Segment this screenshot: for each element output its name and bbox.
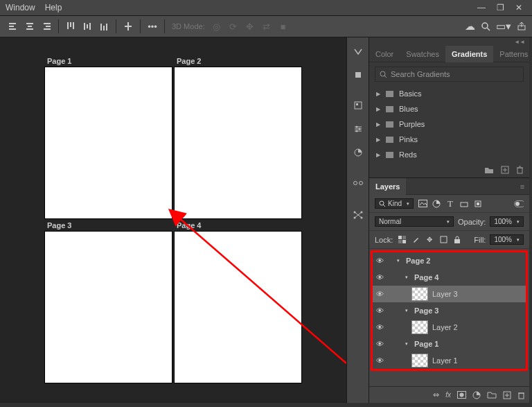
layers-panel-menu-icon[interactable]: ≡: [515, 182, 529, 191]
align-right-icon[interactable]: [39, 19, 54, 34]
account-icon[interactable]: ☁: [465, 20, 475, 33]
type-panel-icon[interactable]: [353, 209, 364, 220]
align-center-v-icon[interactable]: [80, 19, 95, 34]
3d-orbit-icon[interactable]: ◎: [209, 19, 224, 34]
menu-window[interactable]: Window: [6, 3, 35, 12]
visibility-toggle-icon[interactable]: 👁: [373, 306, 387, 315]
trash-icon[interactable]: [516, 166, 524, 174]
styles-panel-icon[interactable]: [353, 147, 364, 158]
tab-color[interactable]: Color: [369, 46, 400, 62]
gradient-group[interactable]: ▶Reds: [369, 147, 529, 162]
3d-mode-label: 3D Mode:: [169, 22, 208, 31]
artboard-page[interactable]: Page 4: [175, 232, 301, 383]
more-options-icon[interactable]: •••: [145, 19, 160, 34]
svg-line-51: [383, 205, 385, 207]
lock-position-icon[interactable]: ✥: [425, 235, 434, 245]
layer-group[interactable]: 👁▾Page 4: [373, 269, 526, 286]
filter-image-icon[interactable]: [418, 199, 427, 209]
visibility-toggle-icon[interactable]: 👁: [373, 323, 387, 331]
tab-swatches[interactable]: Swatches: [400, 46, 445, 62]
visibility-toggle-icon[interactable]: 👁: [373, 273, 387, 282]
layer-item[interactable]: 👁Layer 3: [373, 286, 526, 302]
svg-rect-47: [517, 168, 522, 173]
tab-gradients[interactable]: Gradients: [445, 46, 493, 62]
folder-icon: [386, 106, 393, 112]
svg-point-30: [355, 126, 357, 128]
new-group-icon[interactable]: [487, 391, 497, 399]
link-layers-icon[interactable]: ⇔: [433, 390, 439, 399]
align-bottom-icon[interactable]: [96, 19, 112, 34]
lock-all-icon[interactable]: [452, 235, 462, 245]
lock-artboard-icon[interactable]: [438, 235, 448, 245]
chevron-down-icon[interactable]: ▾: [403, 308, 410, 313]
adjustment-layer-icon[interactable]: [472, 391, 481, 399]
lock-pixels-icon[interactable]: [397, 235, 407, 245]
artboard-page[interactable]: Page 2: [175, 67, 301, 218]
layer-filter-select[interactable]: Kind▾: [375, 198, 414, 209]
align-left-icon[interactable]: [6, 19, 21, 34]
3d-pan-icon[interactable]: ✥: [242, 19, 258, 34]
filter-shape-icon[interactable]: [459, 199, 469, 209]
new-layer-icon[interactable]: [503, 391, 511, 399]
filter-smart-icon[interactable]: [473, 199, 483, 209]
layer-group[interactable]: 👁▾Page 1: [373, 336, 526, 352]
panel-dock: [346, 37, 369, 403]
svg-point-35: [359, 182, 362, 185]
align-center-h-icon[interactable]: [22, 19, 37, 34]
chevron-down-icon[interactable]: ▾: [403, 341, 410, 347]
gradient-group[interactable]: ▶Basics: [369, 86, 529, 101]
fill-input[interactable]: 100%▾: [490, 234, 524, 245]
gradient-group-label: Pinks: [399, 135, 418, 144]
visibility-toggle-icon[interactable]: 👁: [373, 340, 387, 348]
window-close-icon[interactable]: ✕: [515, 3, 522, 12]
visibility-toggle-icon[interactable]: 👁: [373, 290, 387, 298]
window-minimize-icon[interactable]: —: [477, 3, 486, 12]
layer-group[interactable]: 👁▾Page 2: [373, 252, 526, 269]
menu-help[interactable]: Help: [45, 3, 62, 12]
3d-roll-icon[interactable]: ⟳: [226, 19, 241, 34]
gradient-group[interactable]: ▶Purples: [369, 116, 529, 132]
gradient-group[interactable]: ▶Blues: [369, 101, 529, 116]
gradients-search-input[interactable]: Search Gradients: [375, 67, 524, 82]
new-preset-icon[interactable]: [501, 166, 509, 174]
chevron-down-icon[interactable]: ▾: [403, 275, 410, 280]
opacity-input[interactable]: 100%▾: [490, 216, 524, 227]
tab-patterns[interactable]: Patterns: [493, 46, 532, 62]
blend-mode-select[interactable]: Normal▾: [375, 216, 454, 227]
folder-icon[interactable]: [484, 166, 494, 174]
artboard-page[interactable]: Page 3: [45, 232, 172, 383]
visibility-toggle-icon[interactable]: 👁: [373, 356, 387, 365]
3d-slide-icon[interactable]: ⇄: [259, 19, 274, 34]
window-maximize-icon[interactable]: ❐: [497, 3, 504, 12]
chevron-down-icon[interactable]: ▾: [395, 258, 402, 263]
lock-brush-icon[interactable]: [411, 235, 420, 245]
history-panel-icon[interactable]: [353, 46, 364, 57]
share-icon[interactable]: [517, 21, 526, 31]
properties-panel-icon[interactable]: [353, 123, 364, 135]
align-top-icon[interactable]: [63, 19, 78, 34]
svg-rect-8: [44, 28, 51, 30]
layer-item[interactable]: 👁Layer 2: [373, 319, 526, 336]
distribute-icon[interactable]: [121, 19, 136, 34]
gradient-group[interactable]: ▶Pinks: [369, 132, 529, 147]
panel-collapse-icon[interactable]: ◄◄: [369, 37, 529, 46]
filter-adjustment-icon[interactable]: [432, 199, 441, 209]
adjustments-panel-icon[interactable]: [353, 100, 364, 111]
delete-layer-icon[interactable]: [517, 391, 525, 399]
svg-rect-7: [46, 26, 51, 27]
filter-type-icon[interactable]: T: [445, 199, 455, 209]
artboard-page[interactable]: Page 1: [45, 67, 172, 218]
3d-camera-icon[interactable]: ■: [276, 19, 291, 34]
search-icon[interactable]: [481, 21, 490, 31]
tab-layers[interactable]: Layers: [369, 178, 406, 195]
layer-fx-icon[interactable]: fx: [445, 391, 451, 399]
layer-group[interactable]: 👁▾Page 3: [373, 302, 526, 319]
layer-mask-icon[interactable]: [457, 391, 466, 399]
canvas[interactable]: Page 1Page 2Page 3Page 4: [0, 37, 346, 403]
visibility-toggle-icon[interactable]: 👁: [373, 257, 387, 265]
filter-toggle-icon[interactable]: [514, 199, 524, 209]
libraries-panel-icon[interactable]: [353, 69, 364, 80]
workspace-switcher-icon[interactable]: ▭▾: [496, 20, 511, 33]
actions-panel-icon[interactable]: [353, 177, 364, 189]
layer-item[interactable]: 👁Layer 1: [373, 352, 526, 369]
